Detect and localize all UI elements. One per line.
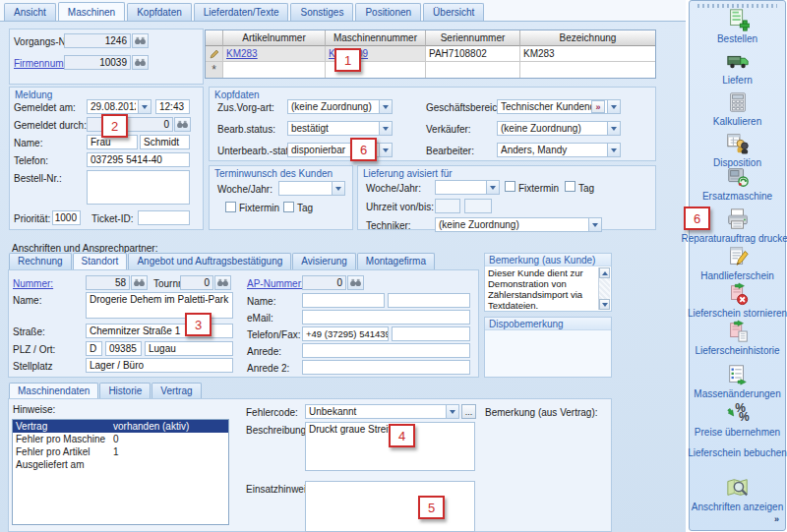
dropdown-arrow-icon[interactable]: [607, 100, 620, 113]
uhrzeit-von-field[interactable]: [435, 199, 460, 213]
dropdown-arrow-icon[interactable]: [379, 144, 392, 156]
tab-historie[interactable]: Historie: [99, 383, 151, 399]
expand-selection-button[interactable]: »: [591, 100, 605, 113]
lieferung-fixtermin-checkbox[interactable]: [505, 181, 515, 192]
prioritaet-field[interactable]: 1000: [52, 210, 81, 225]
dropdown-arrow-icon[interactable]: [607, 144, 620, 156]
tournr-search-button[interactable]: [214, 275, 231, 290]
gemeldet-am-date-picker[interactable]: 29.08.2012: [87, 99, 151, 114]
col-bezeichnung[interactable]: Bezeichnung: [520, 30, 655, 46]
table-row[interactable]: KM283: [223, 46, 326, 62]
tournr-field[interactable]: 0: [180, 275, 213, 290]
address-tab-montagefirma[interactable]: Montagefirma: [357, 253, 435, 269]
dropdown-arrow-icon[interactable]: [607, 122, 620, 135]
land-field[interactable]: D: [86, 341, 102, 356]
ap-name-field-2[interactable]: [388, 293, 470, 308]
dropdown-arrow-icon[interactable]: [486, 181, 499, 194]
tab-uebersicht[interactable]: Übersicht: [423, 3, 484, 21]
col-seriennummer[interactable]: Seriennummer: [426, 30, 520, 46]
melder-nachname-field[interactable]: Schmidt: [140, 135, 190, 149]
firmennummer-field[interactable]: 10039: [64, 55, 131, 70]
lieferung-tag-checkbox[interactable]: [565, 181, 575, 192]
address-tab-rechnung[interactable]: Rechnung: [9, 253, 72, 269]
tab-positionen[interactable]: Positionen: [355, 3, 421, 21]
scroll-up-icon[interactable]: [599, 267, 610, 278]
tab-kopfdaten[interactable]: Kopfdaten: [127, 3, 192, 21]
tab-ansicht[interactable]: Ansicht: [4, 3, 56, 21]
tab-lieferdaten-texte[interactable]: Lieferdaten/Texte: [194, 3, 289, 21]
col-artikelnummer[interactable]: Artikelnummer: [223, 30, 326, 46]
scroll-down-icon[interactable]: [599, 299, 610, 310]
lieferung-woche-dropdown[interactable]: [435, 180, 500, 195]
sidebar-item-kalkulieren[interactable]: Kalkulieren: [690, 90, 785, 127]
dropdown-arrow-icon[interactable]: [138, 100, 151, 113]
sidebar-item-ersatzmaschine[interactable]: Ersatzmaschine: [690, 165, 785, 202]
scrollbar[interactable]: [598, 267, 610, 310]
plz-field[interactable]: 09385: [105, 341, 142, 356]
list-item[interactable]: Vertrag vorhanden (aktiv): [13, 420, 228, 433]
vorgangs-nr-field[interactable]: 1246: [64, 33, 131, 48]
melder-telefon-field[interactable]: 037295 5414-40: [87, 152, 190, 167]
sidebar-item-lieferscheinhistorie[interactable]: Lieferscheinhistorie: [690, 320, 785, 356]
dropdown-arrow-icon[interactable]: [332, 182, 344, 195]
ap-email-field[interactable]: [302, 310, 470, 325]
address-nummer-link[interactable]: Nummer:: [13, 278, 53, 289]
ap-nummer-field[interactable]: 0: [302, 275, 346, 290]
sidebar-item-disposition[interactable]: Disposition: [690, 132, 785, 168]
terminwunsch-tag-checkbox[interactable]: [283, 202, 294, 212]
firmennummer-search-button[interactable]: [132, 55, 149, 70]
sidebar-item-preise-uebernehmen[interactable]: %% Preise übernehmen: [690, 401, 785, 438]
dropdown-arrow-icon[interactable]: [446, 405, 458, 418]
list-item[interactable]: Fehler pro Maschine 0: [13, 433, 228, 445]
vorgangs-nr-search-button[interactable]: [132, 33, 149, 48]
gemeldet-durch-field[interactable]: 0: [87, 117, 173, 132]
bearbeiter-dropdown[interactable]: Anders, Mandy: [497, 143, 621, 157]
techniker-dropdown[interactable]: (keine Zuordnung): [435, 217, 602, 232]
dropdown-arrow-icon[interactable]: [588, 218, 601, 231]
list-item[interactable]: Fehler pro Artikel 1: [13, 445, 228, 458]
ort-field[interactable]: Lugau: [145, 341, 233, 356]
dropdown-arrow-icon[interactable]: [379, 100, 392, 113]
fehlercode-dropdown[interactable]: Unbekannt: [305, 404, 459, 419]
ap-nummer-link[interactable]: AP-Nummer:: [247, 278, 304, 289]
sidebar-item-liefern[interactable]: Liefern: [690, 49, 785, 86]
ap-nummer-search-button[interactable]: [347, 275, 364, 290]
sidebar-item-lieferschein-bebuchen[interactable]: Lieferschein bebuchen: [690, 447, 785, 458]
sidebar-item-anschriften-anzeigen[interactable]: Anschriften anzeigen: [690, 476, 785, 512]
col-maschinennummer[interactable]: Maschinennummer: [326, 30, 426, 46]
gemeldet-am-time-field[interactable]: 12:43: [155, 99, 190, 114]
address-tab-angebot[interactable]: Angebot und Auftragsbestätigung: [128, 253, 291, 269]
ticket-id-field[interactable]: [138, 210, 190, 225]
zusvorgart-dropdown[interactable]: (keine Zuordnung): [287, 99, 393, 114]
gemeldet-durch-search-button[interactable]: [174, 117, 191, 132]
empty-cell[interactable]: [520, 62, 655, 78]
bestellnr-field[interactable]: [87, 170, 190, 205]
stellplatz-field[interactable]: Lager / Büro: [86, 358, 233, 373]
artikelnummer-link[interactable]: KM283: [226, 48, 258, 59]
fehlercode-browse-button[interactable]: ...: [461, 404, 476, 419]
sidebar-item-handlieferschein[interactable]: Handlieferschein: [690, 245, 785, 281]
tab-maschinen[interactable]: Maschinen: [58, 2, 125, 21]
tab-maschinendaten[interactable]: Maschinendaten: [9, 383, 98, 399]
ap-telefon-field[interactable]: +49 (37295) 541439: [302, 326, 389, 341]
address-nummer-search-button[interactable]: [131, 275, 148, 290]
bezeichnung-cell[interactable]: KM283: [520, 46, 655, 62]
einsatzhinweis-field[interactable]: [305, 481, 475, 532]
sidebar-overflow-icon[interactable]: »: [774, 514, 779, 524]
address-tab-avisierung[interactable]: Avisierung: [292, 253, 356, 269]
uhrzeit-bis-field[interactable]: [464, 199, 492, 213]
verkaeufer-dropdown[interactable]: (keine Zuordnung): [497, 121, 621, 136]
address-nummer-field[interactable]: 58: [86, 275, 130, 290]
geschaeftsbereich-dropdown[interactable]: Technischer Kundendie »: [497, 99, 621, 114]
empty-cell[interactable]: [223, 62, 326, 78]
bearbstatus-dropdown[interactable]: bestätigt: [287, 121, 393, 136]
empty-cell[interactable]: [426, 62, 520, 78]
ap-fax-field[interactable]: [392, 326, 470, 341]
address-tab-standort[interactable]: Standort: [73, 253, 128, 269]
tab-sonstiges[interactable]: Sonstiges: [290, 3, 353, 21]
anrede-field[interactable]: [302, 343, 470, 358]
terminwunsch-woche-dropdown[interactable]: [278, 181, 345, 196]
tab-vertrag[interactable]: Vertrag: [151, 383, 201, 399]
list-item[interactable]: Ausgeliefert am: [13, 458, 228, 471]
sidebar-item-bestellen[interactable]: Bestellen: [690, 8, 785, 44]
